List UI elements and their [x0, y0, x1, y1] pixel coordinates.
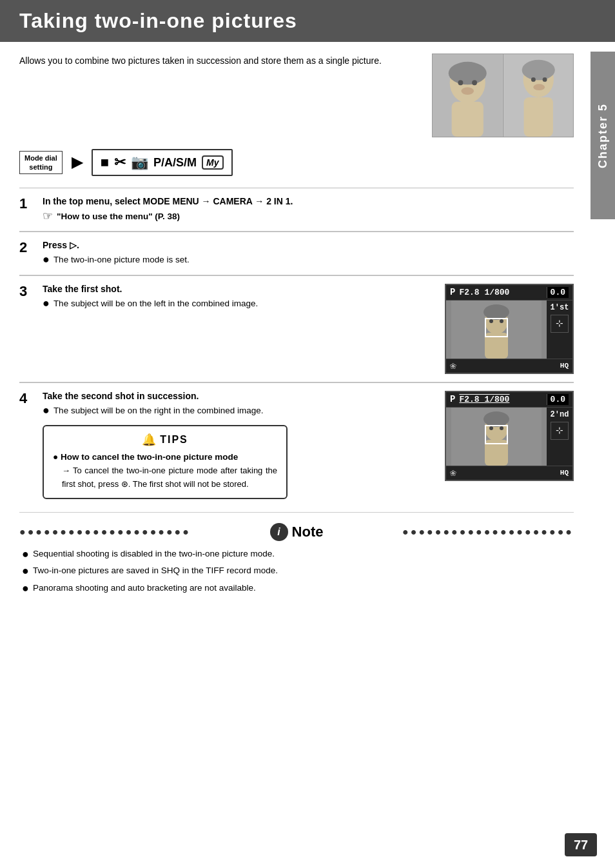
intro-image: [432, 54, 574, 137]
note-bullet-3: ●: [22, 582, 29, 596]
cam-mode-4: P: [450, 394, 455, 404]
step-3-left: 3 Take the first shot. ● The subject wil…: [19, 284, 434, 311]
tips-body: →To cancel the two-in-one picture mode a…: [53, 464, 277, 491]
camera-display-3: P F2.8 1/800 0.0: [445, 284, 574, 374]
cam-ev-3: 0.0: [547, 287, 569, 298]
mode-dial-label: Mode dial setting: [19, 151, 63, 175]
cam-fstop-3: F2.8 1/800: [459, 288, 546, 297]
cam-flower-3: ❀: [450, 359, 456, 372]
note-item-2: ● Two-in-one pictures are saved in SHQ i…: [19, 564, 574, 578]
note-center: i Note: [262, 523, 331, 541]
mode-icon-auto: ■: [101, 154, 109, 171]
svg-rect-13: [523, 97, 552, 137]
tips-icon: 🔔: [142, 433, 156, 447]
main-content: Allows you to combine two pictures taken…: [0, 42, 593, 617]
step-3-bullet-text: The subject will be on the left in the c…: [54, 297, 258, 311]
step-3-header: 3 Take the first shot. ● The subject wil…: [19, 284, 434, 311]
step-1-header: 1 In the top menu, select MODE MENU → CA…: [19, 196, 574, 223]
step-1-number: 1: [19, 196, 37, 212]
step-1-title: In the top menu, select MODE MENU → CAME…: [43, 196, 574, 206]
cam-hq-4: HQ: [560, 469, 569, 477]
step-4: 4 Take the second shot in succession. ● …: [19, 383, 574, 513]
step-1-content: In the top menu, select MODE MENU → CAME…: [43, 196, 574, 223]
step-2-number: 2: [19, 240, 37, 255]
cam-ev-4: 0.0: [547, 394, 569, 405]
cam-bottom-bar-4: ❀ HQ: [446, 466, 572, 480]
svg-point-2: [449, 62, 487, 84]
chapter-tab: Chapter 5: [591, 52, 615, 219]
tips-bullet-title: ● How to cancel the two-in-one picture m…: [53, 452, 277, 462]
intro-text: Allows you to combine two pictures taken…: [19, 54, 419, 68]
intro-image-right: [503, 54, 574, 137]
step-2-content: Press ▷. ● The two-in-one picture mode i…: [43, 240, 574, 267]
step-2-bullet: ● The two-in-one picture mode is set.: [43, 253, 574, 267]
svg-point-11: [542, 77, 547, 82]
mode-icon-portrait: 📷: [131, 154, 148, 171]
svg-point-5: [461, 87, 474, 95]
note-dots-right: ●●●●●●●●●●●●●●●●●●●●●: [331, 526, 574, 538]
cam-body-4: 2'nd ⊹: [446, 408, 572, 466]
page-number: 77: [565, 833, 597, 856]
mode-text-pasm: P/A/S/M: [153, 156, 197, 170]
svg-rect-6: [452, 102, 483, 137]
step-4-number: 4: [19, 391, 37, 406]
note-text-3: Panorama shooting and auto bracketing ar…: [33, 582, 256, 596]
step-4-row: 4 Take the second shot in succession. ● …: [19, 391, 574, 504]
bullet-dot-3: ●: [43, 297, 50, 311]
cam-hq-3: HQ: [560, 362, 569, 370]
mode-icon-scene: ✂: [114, 154, 126, 171]
cam-viewfinder-3: [446, 301, 547, 359]
cam-viewfinder-4: [446, 408, 547, 466]
tips-box: 🔔 TIPS ● How to cancel the two-in-one pi…: [43, 425, 288, 499]
mode-dial-arrow: ▶: [72, 154, 83, 171]
step-4-left: 4 Take the second shot in succession. ● …: [19, 391, 434, 504]
cam-sidebar-3: 1'st ⊹: [547, 301, 572, 359]
step-3: 3 Take the first shot. ● The subject wil…: [19, 276, 574, 382]
step-4-bullet-text: The subject will be on the right in the …: [54, 404, 264, 418]
step-3-title: Take the first shot.: [43, 284, 434, 294]
cam-mode-3: P: [450, 287, 455, 297]
step-4-bullet: ● The subject will be on the right in th…: [43, 404, 434, 418]
memo-icon: ☞: [43, 209, 53, 223]
tips-title: TIPS: [160, 434, 188, 446]
step-2-title: Press ▷.: [43, 240, 574, 250]
step-1: 1 In the top menu, select MODE MENU → CA…: [19, 188, 574, 232]
step-3-number: 3: [19, 284, 37, 299]
step-1-link: "How to use the menu" (P. 38): [57, 212, 180, 221]
cam-body-3: 1'st ⊹: [446, 301, 572, 359]
camera-display-4: P F2.8 1/800 0.0: [445, 391, 574, 481]
cam-bracket-4: [485, 425, 508, 444]
step-3-bullet: ● The subject will be on the left in the…: [43, 297, 434, 311]
mode-dial-row: Mode dial setting ▶ ■ ✂ 📷 P/A/S/M My: [19, 149, 574, 176]
mode-badge-my: My: [202, 155, 223, 170]
step-4-content: Take the second shot in succession. ● Th…: [43, 391, 434, 504]
bullet-dot-4: ●: [43, 404, 50, 418]
step-4-header: 4 Take the second shot in succession. ● …: [19, 391, 434, 504]
step-2: 2 Press ▷. ● The two-in-one picture mode…: [19, 232, 574, 275]
bullet-dot-2: ●: [43, 253, 50, 267]
tips-header: 🔔 TIPS: [53, 433, 277, 447]
cam-fstop-4: F2.8 1/800: [459, 395, 546, 404]
note-header-row: ●●●●●●●●●●●●●●●●●●●●● i Note ●●●●●●●●●●●…: [19, 523, 574, 541]
svg-point-4: [472, 80, 477, 85]
page-title: Taking two-in-one pictures: [19, 9, 596, 33]
mode-icons-box: ■ ✂ 📷 P/A/S/M My: [92, 149, 233, 176]
cam-shot-label-3: 1'st: [551, 303, 569, 312]
note-text-1: Sequential shooting is disabled in the t…: [33, 547, 275, 562]
cam-icon-box-4: ⊹: [551, 422, 569, 440]
page-wrapper: Taking two-in-one pictures Chapter 5 All…: [0, 0, 615, 868]
chapter-label: Chapter 5: [596, 103, 610, 168]
cam-flower-4: ❀: [450, 466, 456, 479]
intro-image-left: [433, 54, 503, 137]
cam-shot-label-4: 2'nd: [551, 410, 569, 419]
cam-bracket-3: [485, 318, 508, 337]
svg-point-3: [458, 80, 463, 85]
step-3-row: 3 Take the first shot. ● The subject wil…: [19, 284, 574, 374]
note-text-2: Two-in-one pictures are saved in SHQ in …: [33, 564, 278, 578]
page-header: Taking two-in-one pictures: [0, 0, 615, 42]
note-item-3: ● Panorama shooting and auto bracketing …: [19, 582, 574, 596]
step-4-title: Take the second shot in succession.: [43, 391, 434, 401]
note-bullet-2: ●: [22, 564, 29, 578]
cam-top-bar-3: P F2.8 1/800 0.0: [446, 285, 572, 301]
note-dots-left: ●●●●●●●●●●●●●●●●●●●●●: [19, 526, 262, 538]
